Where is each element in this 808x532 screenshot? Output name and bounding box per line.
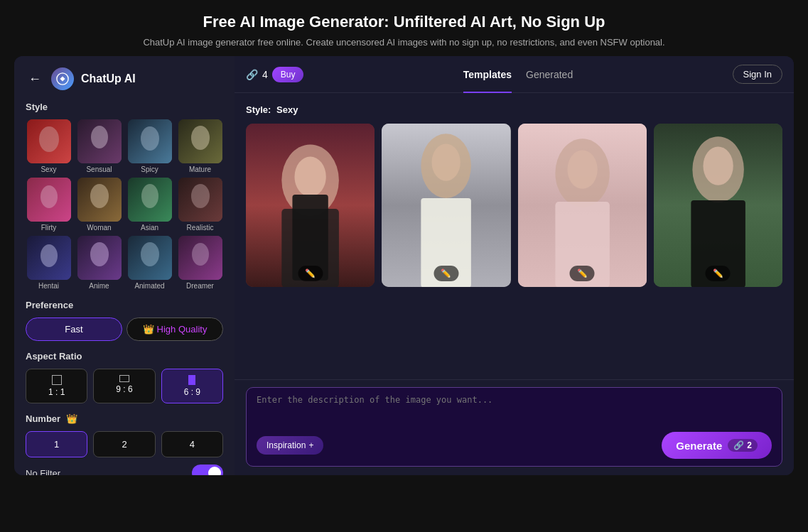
svg-point-12 xyxy=(90,184,109,208)
style-thumb-sensual xyxy=(77,119,122,163)
style-thumb-sexy xyxy=(27,119,71,163)
aspect-row: 1 : 1 9 : 6 6 : 9 xyxy=(26,369,223,403)
prompt-input[interactable] xyxy=(257,395,772,423)
svg-point-14 xyxy=(141,184,158,208)
style-item-spicy[interactable]: Spicy xyxy=(126,119,173,173)
preference-quality-label: High Quality xyxy=(157,324,208,335)
image-card-4[interactable]: ✏️ xyxy=(654,124,782,287)
svg-point-20 xyxy=(90,242,109,266)
style-item-mature[interactable]: Mature xyxy=(177,119,223,173)
aspect-section-label: Aspect Ratio xyxy=(26,351,223,362)
style-name-animated: Animated xyxy=(134,282,164,290)
aspect-1-1-button[interactable]: 1 : 1 xyxy=(26,369,87,403)
svg-point-33 xyxy=(432,143,460,180)
style-name-sexy: Sexy xyxy=(41,165,56,173)
image-card-3[interactable]: ✏️ xyxy=(518,124,647,287)
style-item-animated[interactable]: Animated xyxy=(126,236,173,290)
svg-point-2 xyxy=(39,126,59,152)
tabs: Templates Generated xyxy=(312,66,723,83)
aspect-9-6-label: 9 : 6 xyxy=(116,384,132,394)
content-area: Style: Sexy xyxy=(235,93,794,379)
style-name-flirty: Flirty xyxy=(41,224,57,232)
style-item-sexy[interactable]: Sexy xyxy=(26,119,72,173)
style-item-realistic[interactable]: Realistic xyxy=(177,178,223,232)
number-row: 1 2 4 xyxy=(26,431,223,457)
credit-count: 4 xyxy=(262,69,268,80)
aspect-9-6-button[interactable]: 9 : 6 xyxy=(93,369,155,403)
credit-row: 🔗 4 Buy xyxy=(246,67,303,82)
style-thumb-anime xyxy=(77,236,122,280)
sign-in-button[interactable]: Sign In xyxy=(733,65,782,84)
style-display-name: Sexy xyxy=(276,104,298,115)
back-button[interactable]: ← xyxy=(26,69,44,89)
image-edit-3[interactable]: ✏️ xyxy=(570,266,595,281)
style-thumb-woman xyxy=(77,178,122,222)
generate-credit-count: 2 xyxy=(747,440,752,450)
number-crown-icon: 👑 xyxy=(66,413,77,424)
edit-icon-3: ✏️ xyxy=(577,268,588,278)
style-name-sensual: Sensual xyxy=(86,165,112,173)
inspiration-label: Inspiration xyxy=(266,440,306,450)
crown-icon: 👑 xyxy=(143,324,154,335)
style-name-spicy: Spicy xyxy=(141,165,158,173)
image-grid: ✏️ xyxy=(246,124,782,287)
preference-section-label: Preference xyxy=(26,300,223,310)
edit-icon-1: ✏️ xyxy=(305,268,316,278)
generate-credit-icon: 🔗 xyxy=(733,440,744,450)
generate-label: Generate xyxy=(676,440,722,452)
aspect-6-9-label: 6 : 9 xyxy=(184,387,200,397)
svg-point-10 xyxy=(41,185,58,208)
main-container: ← ChatUp AI Style Sexy xyxy=(14,56,794,475)
svg-point-24 xyxy=(192,243,209,266)
sidebar: ← ChatUp AI Style Sexy xyxy=(14,56,235,475)
preference-fast-button[interactable]: Fast xyxy=(26,317,122,341)
style-thumb-spicy xyxy=(128,119,172,163)
style-name-anime: Anime xyxy=(89,282,109,290)
aspect-6-9-button[interactable]: 6 : 9 xyxy=(161,369,223,403)
image-edit-2[interactable]: ✏️ xyxy=(433,266,458,281)
tab-generated[interactable]: Generated xyxy=(526,66,573,83)
number-2-button[interactable]: 2 xyxy=(93,431,155,457)
inspiration-button[interactable]: Inspiration + xyxy=(257,436,323,455)
tab-templates[interactable]: Templates xyxy=(463,66,512,83)
number-1-button[interactable]: 1 xyxy=(26,431,87,457)
style-item-flirty[interactable]: Flirty xyxy=(26,178,72,232)
style-item-anime[interactable]: Anime xyxy=(76,236,122,290)
toggle-knob xyxy=(208,467,221,475)
preference-quality-button[interactable]: 👑 High Quality xyxy=(126,317,223,341)
image-card-2[interactable]: ✏️ xyxy=(382,124,510,287)
generate-button[interactable]: Generate 🔗 2 xyxy=(662,432,772,459)
sidebar-header: ← ChatUp AI xyxy=(26,67,223,90)
style-thumb-hentai xyxy=(27,236,71,280)
image-card-1[interactable]: ✏️ xyxy=(246,124,375,287)
svg-point-8 xyxy=(191,126,210,150)
filter-toggle[interactable] xyxy=(192,465,223,475)
style-name-woman: Woman xyxy=(87,224,111,232)
svg-point-22 xyxy=(141,242,159,266)
image-edit-1[interactable]: ✏️ xyxy=(298,266,323,281)
style-section-label: Style xyxy=(26,102,223,112)
style-item-dreamer[interactable]: Dreamer xyxy=(177,236,223,290)
style-name-dreamer: Dreamer xyxy=(186,282,214,290)
page-subtitle: ChatUp AI image generator free online. C… xyxy=(14,37,794,48)
aspect-portrait-icon xyxy=(119,375,129,382)
page-header: Free AI Image Generator: Unfiltered AI A… xyxy=(0,0,808,56)
preference-row: Fast 👑 High Quality xyxy=(26,317,223,341)
svg-point-18 xyxy=(41,244,58,267)
style-thumb-flirty xyxy=(27,178,71,222)
style-grid: Sexy Sensual xyxy=(26,119,223,290)
style-thumb-realistic xyxy=(178,178,222,222)
filter-label: No Filter xyxy=(26,468,60,476)
image-edit-4[interactable]: ✏️ xyxy=(706,266,731,281)
style-item-sensual[interactable]: Sensual xyxy=(76,119,122,173)
svg-point-6 xyxy=(141,126,159,151)
number-4-button[interactable]: 4 xyxy=(161,431,223,457)
number-section-label: Number 👑 xyxy=(26,413,223,424)
style-name-realistic: Realistic xyxy=(187,224,214,232)
style-item-asian[interactable]: Asian xyxy=(126,178,173,232)
style-item-woman[interactable]: Woman xyxy=(76,178,122,232)
style-display-label: Style: Sexy xyxy=(246,104,782,115)
buy-button[interactable]: Buy xyxy=(272,67,304,82)
generate-credit-badge: 🔗 2 xyxy=(728,439,758,452)
style-item-hentai[interactable]: Hentai xyxy=(26,236,72,290)
